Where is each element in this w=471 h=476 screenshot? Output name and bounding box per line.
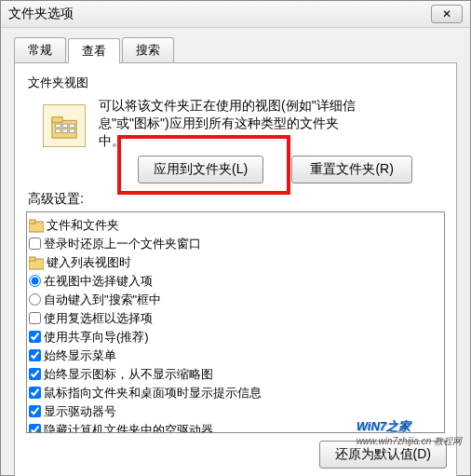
tree-item-label: 自动键入到"搜索"框中 <box>44 292 161 308</box>
svg-rect-11 <box>29 257 35 261</box>
svg-rect-5 <box>56 129 61 133</box>
folder-icon <box>29 255 44 270</box>
tree-item-label: 使用复选框以选择项 <box>44 310 153 327</box>
tabbar: 常规 查看 搜索 <box>14 37 457 62</box>
tab-view[interactable]: 查看 <box>68 38 120 63</box>
tree-item-label: 显示驱动器号 <box>44 403 116 420</box>
checkbox[interactable] <box>29 312 41 324</box>
tree-item[interactable]: 显示驱动器号 <box>29 402 442 421</box>
svg-rect-6 <box>62 129 68 133</box>
tree-root-label: 文件和文件夹 <box>47 217 119 234</box>
tree-item[interactable]: 使用复选框以选择项 <box>29 309 442 328</box>
reset-folders-button[interactable]: 重置文件夹(R) <box>291 156 412 184</box>
tree-item-label: 使用共享向导(推荐) <box>44 329 149 346</box>
folder-icon <box>29 218 44 233</box>
folder-views-description: 可以将该文件夹正在使用的视图(例如"详细信 息"或"图标")应用到所有这种类型的… <box>99 97 445 150</box>
checkbox[interactable] <box>29 349 41 361</box>
checkbox[interactable] <box>29 387 41 399</box>
svg-rect-4 <box>70 124 75 128</box>
view-panel: 文件夹视图 可以将该文件夹正在使用的视图(例如"详细信 息"或"图标")应用到所… <box>14 62 457 476</box>
tree-item-label: 在视图中选择键入项 <box>44 273 153 290</box>
close-icon: ✕ <box>442 7 451 20</box>
checkbox[interactable] <box>29 405 41 417</box>
tree-item[interactable]: 在视图中选择键入项 <box>29 272 442 291</box>
svg-rect-2 <box>56 124 61 128</box>
tree-root: 文件和文件夹 <box>29 216 442 235</box>
titlebar: 文件夹选项 ✕ <box>1 1 470 28</box>
tree-item-group: 键入列表视图时 <box>29 253 442 272</box>
radio[interactable] <box>29 293 41 306</box>
svg-rect-3 <box>62 124 68 128</box>
checkbox[interactable] <box>29 424 41 433</box>
svg-rect-9 <box>29 220 35 224</box>
views-desc-line2: 息"或"图标")应用到所有这种类型的文件夹 <box>99 115 445 132</box>
tree-item[interactable]: 登录时还原上一个文件夹窗口 <box>29 235 442 253</box>
folder-views-buttons: 应用到文件夹(L) 重置文件夹(R) <box>138 156 445 184</box>
tree-item[interactable]: 使用共享向导(推荐) <box>29 328 442 347</box>
checkbox[interactable] <box>29 331 41 343</box>
dialog-title: 文件夹选项 <box>8 6 74 22</box>
checkbox[interactable] <box>29 368 41 380</box>
tree-item[interactable]: 鼠标指向文件夹和桌面项时显示提示信息 <box>29 384 442 402</box>
folder-views-row: 可以将该文件夹正在使用的视图(例如"详细信 息"或"图标")应用到所有这种类型的… <box>26 97 445 150</box>
tree-item-label: 键入列表视图时 <box>47 254 131 271</box>
apply-to-folders-button[interactable]: 应用到文件夹(L) <box>138 156 263 184</box>
svg-rect-1 <box>52 117 62 123</box>
tree-item[interactable]: 隐藏计算机文件夹中的空驱动器 <box>29 421 442 433</box>
advanced-settings-title: 高级设置: <box>28 191 445 208</box>
checkbox[interactable] <box>29 238 41 250</box>
folder-views-group-title: 文件夹视图 <box>28 75 445 91</box>
tree-item-label: 登录时还原上一个文件夹窗口 <box>44 236 201 252</box>
tree-item-label: 始终显示菜单 <box>44 347 116 364</box>
tree-item-label: 始终显示图标，从不显示缩略图 <box>44 366 213 383</box>
tree-item[interactable]: 始终显示菜单 <box>29 347 442 365</box>
tree-item-label: 鼠标指向文件夹和桌面项时显示提示信息 <box>44 385 262 401</box>
tree-item[interactable]: 始终显示图标，从不显示缩略图 <box>29 365 442 384</box>
tree-item-label: 隐藏计算机文件夹中的空驱动器 <box>44 422 213 433</box>
restore-defaults-button[interactable]: 还原为默认值(D) <box>319 441 447 469</box>
radio[interactable] <box>29 275 41 287</box>
views-desc-line1: 可以将该文件夹正在使用的视图(例如"详细信 <box>99 97 445 115</box>
tree-item[interactable]: 自动键入到"搜索"框中 <box>29 291 442 309</box>
tab-search[interactable]: 搜索 <box>122 37 174 62</box>
advanced-settings-tree[interactable]: 文件和文件夹 登录时还原上一个文件夹窗口 键入列表视图时 在视图中选择键入项 自… <box>26 211 445 433</box>
views-desc-line3: 中。 <box>99 132 445 150</box>
folder-views-icon <box>43 104 86 147</box>
folder-options-dialog: 文件夹选项 ✕ 常规 查看 搜索 文件夹视图 可以将该文件夹正在使用的视图(例如… <box>0 0 471 476</box>
tab-general[interactable]: 常规 <box>14 37 66 62</box>
svg-rect-7 <box>70 129 75 133</box>
close-button[interactable]: ✕ <box>431 5 463 23</box>
